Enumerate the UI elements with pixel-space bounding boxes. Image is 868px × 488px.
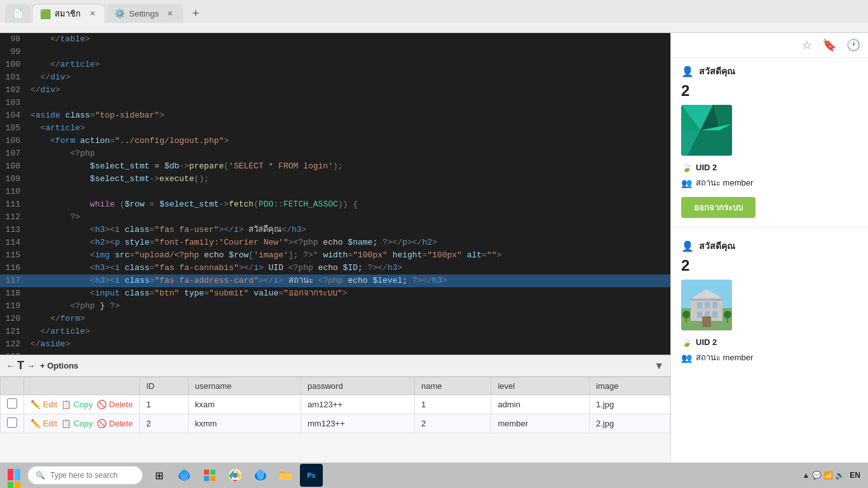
arrow-right-icon: →	[27, 361, 35, 370]
code-line-101: 101 </div>	[0, 71, 670, 84]
new-tab-button[interactable]: +	[187, 4, 205, 22]
leaf-icon-2: 🍃	[681, 337, 692, 347]
cell-name: 1	[415, 395, 491, 414]
column-resize-tool[interactable]: ← T →	[6, 359, 35, 372]
line-code: </div>	[25, 71, 670, 84]
taskbar-search-bar[interactable]: 🔍	[28, 466, 142, 484]
line-code: <?php	[25, 147, 670, 160]
line-code: </article>	[25, 325, 670, 338]
code-table: 98 </table>99100 </article>101 </div>102…	[0, 33, 670, 363]
line-code: <h3><i class="fas fa-user"></i> สวัสดีคุ…	[25, 224, 670, 236]
line-number: 105	[0, 122, 25, 135]
star-icon[interactable]: ☆	[802, 38, 812, 52]
language-button[interactable]: EN	[850, 471, 860, 480]
line-code: <article>	[25, 122, 670, 135]
line-number: 116	[0, 262, 25, 274]
svg-rect-28	[210, 476, 215, 481]
user-greeting-1: 👤 สวัสดีคุณ	[671, 58, 868, 81]
line-number: 120	[0, 313, 25, 325]
filter-icon[interactable]: ▼	[654, 360, 664, 372]
row-checkbox[interactable]	[7, 417, 17, 428]
svg-rect-16	[712, 311, 717, 318]
folder-icon[interactable]	[275, 464, 297, 487]
line-number: 98	[0, 33, 25, 46]
col-actions	[24, 377, 140, 395]
taskbar-right: ▲ 💬 📶 🔊 EN	[802, 471, 865, 480]
greeting-text-2: สวัสดีคุณ	[699, 239, 735, 253]
line-code	[25, 186, 670, 198]
code-line-98: 98 </table>	[0, 33, 670, 46]
copy-button[interactable]: 📋 Copy	[61, 400, 93, 409]
code-line-107: 107 <?php	[0, 147, 670, 160]
cell-image: 2.jpg	[590, 414, 670, 433]
windows-logo	[8, 469, 20, 482]
svg-rect-34	[280, 473, 292, 480]
right-sidebar: ☆ 🔖 🕐 👤 สวัสดีคุณ 2	[670, 33, 868, 488]
grid-icon[interactable]	[198, 464, 221, 487]
row-checkbox[interactable]	[7, 398, 17, 409]
line-number: 106	[0, 135, 25, 147]
line-code: $select_stmt = $db->prepare('SELECT * FR…	[25, 160, 670, 173]
uid-number-1: 2	[671, 81, 868, 101]
user-icon-1: 👤	[681, 65, 694, 78]
cell-username: kxam	[188, 395, 301, 414]
svg-rect-14	[697, 311, 702, 318]
line-number: 118	[0, 287, 25, 300]
line-number: 121	[0, 325, 25, 338]
building-image	[681, 280, 732, 330]
svg-point-21	[724, 311, 731, 318]
chrome-icon[interactable]	[224, 464, 247, 487]
line-code: <h2><p style="font-family:'Courier New'"…	[25, 236, 670, 249]
search-input[interactable]	[50, 471, 139, 480]
tab-bar: 📄 🟩 สมาชิก ✕ ⚙️ Settings ✕ +	[0, 0, 868, 23]
line-number: 114	[0, 236, 25, 249]
line-code: </div>	[25, 84, 670, 97]
copy-button[interactable]: 📋 Copy	[61, 419, 93, 428]
cell-username: kxmm	[188, 414, 301, 433]
line-code: <input class="btn" type="submit" value="…	[25, 287, 670, 300]
logout-button-1[interactable]: ออกจากระบบ	[681, 197, 756, 218]
user-greeting-2: 👤 สวัสดีคุณ	[671, 233, 868, 255]
bookmark-icon[interactable]: 🔖	[822, 38, 836, 52]
line-number: 100	[0, 58, 25, 71]
start-button[interactable]	[3, 464, 25, 487]
line-code: <h3><i class="fas fa-cannabis"></i> UID …	[25, 262, 670, 274]
db-header-row: ID username password name level image	[1, 377, 670, 395]
code-line-112: 112 ?>	[0, 211, 670, 224]
line-code: <h3><i class="fas fa-address-card"></i> …	[25, 274, 670, 287]
tab-samachik-label: สมาชิก	[55, 7, 81, 20]
system-icons[interactable]: ▲ 💬 📶 🔊	[802, 471, 844, 480]
db-options-label[interactable]: + Options	[40, 361, 78, 370]
tab-samachik-close[interactable]: ✕	[87, 9, 97, 19]
line-number: 113	[0, 224, 25, 236]
tab-samachik[interactable]: 🟩 สมาชิก ✕	[32, 4, 105, 23]
delete-button[interactable]: 🚫 Delete	[97, 400, 133, 409]
ps-icon[interactable]: Ps	[300, 464, 323, 487]
status-label-1: สถานะ member	[696, 176, 753, 189]
line-code: </article>	[25, 58, 670, 71]
cell-name: 2	[415, 414, 491, 433]
tab-1[interactable]: 📄	[5, 4, 31, 23]
history-icon[interactable]: 🕐	[846, 38, 860, 52]
edge-icon[interactable]	[173, 464, 196, 487]
sidebar-header: ☆ 🔖 🕐	[671, 33, 868, 58]
line-number: 122	[0, 338, 25, 351]
svg-rect-22	[727, 318, 728, 323]
svg-rect-26	[210, 470, 215, 475]
edit-button[interactable]: ✏️ Edit	[31, 419, 57, 428]
line-code	[25, 46, 670, 58]
delete-button[interactable]: 🚫 Delete	[97, 419, 133, 428]
edge-icon-2[interactable]	[249, 464, 272, 487]
tab-settings-close[interactable]: ✕	[165, 8, 175, 18]
user-block-2: 👤 สวัสดีคุณ 2	[671, 230, 868, 368]
task-view-icon[interactable]: ⊞	[147, 464, 170, 487]
main-content: 98 </table>99100 </article>101 </div>102…	[0, 33, 868, 488]
edit-button[interactable]: ✏️ Edit	[31, 400, 57, 409]
code-line-117: 117 <h3><i class="fas fa-address-card"><…	[0, 274, 670, 287]
col-image: image	[590, 377, 670, 395]
tab-settings[interactable]: ⚙️ Settings ✕	[107, 4, 183, 23]
code-line-103: 103	[0, 97, 670, 109]
code-line-118: 118 <input class="btn" type="submit" val…	[0, 287, 670, 300]
member-icon-2: 👥	[681, 353, 692, 363]
code-line-110: 110	[0, 186, 670, 198]
